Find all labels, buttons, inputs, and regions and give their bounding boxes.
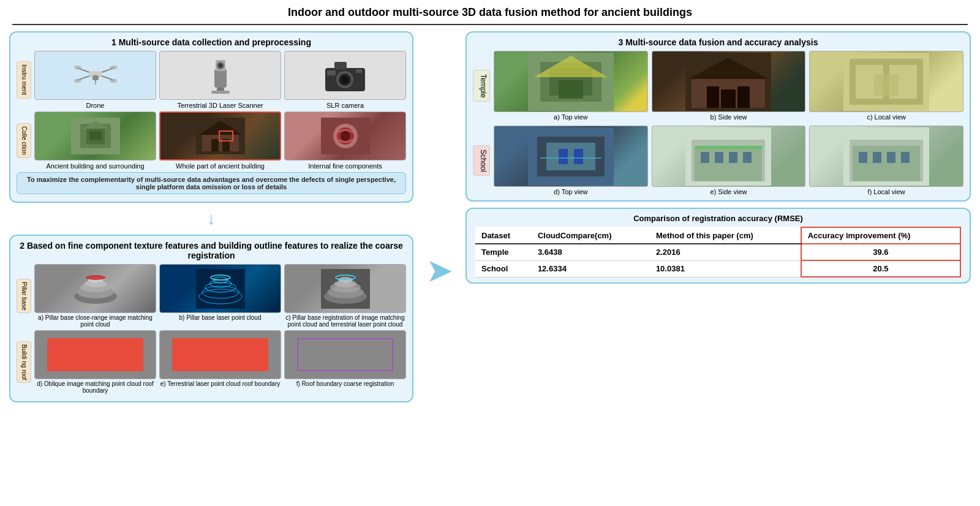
pillar-row: Pillar base (17, 264, 406, 328)
svg-rect-84 (701, 152, 709, 163)
aerial-svg (71, 118, 120, 154)
pillar-laser-item: b) Pillar base laser point cloud (159, 264, 281, 328)
left-panel: 1 Multi-source data collection and prepr… (9, 31, 413, 506)
temple-images: a) Top view (494, 51, 963, 121)
school-images: d) Top view (494, 126, 963, 195)
col-accuracy: Accuracy improvement (%) (801, 227, 960, 244)
scanner-item: Terrestrial 3D Laser Scanner (159, 51, 281, 109)
drone-svg (74, 59, 117, 93)
pillar-images: a) Pillar base close-range image matchin… (34, 264, 406, 328)
arrow-down-1: ↓ (9, 210, 413, 227)
pillar-close-svg (71, 269, 120, 309)
school-local-item: f) Local view (809, 126, 963, 195)
svg-rect-74 (874, 74, 899, 96)
pillar-laser-svg (196, 269, 245, 309)
pillar-laser-label: b) Pillar base laser point cloud (179, 314, 262, 321)
school-local-svg (843, 127, 929, 186)
drone-item: Drone (34, 51, 156, 109)
roof-label: Buildi ng roof (17, 341, 31, 383)
roof-red2-item: e) Terrestrial laser point cloud roof bo… (159, 330, 281, 394)
section3-box: 3 Multi-source data fusion and accuracy … (466, 31, 971, 202)
temple-side-image (652, 51, 806, 112)
svg-point-38 (341, 131, 350, 141)
roof-images: d) Oblique image matching point cloud ro… (34, 330, 406, 394)
collection-row: Colle ction Anci (17, 111, 406, 170)
pillar-close-label: a) Pillar base close-range image matchin… (34, 314, 156, 328)
collection-aerial-image (34, 111, 156, 160)
svg-rect-63 (559, 80, 583, 99)
temple-side-label: b) Side view (710, 113, 747, 121)
roof-red2-rect (172, 338, 269, 372)
svg-rect-94 (887, 152, 895, 163)
temple-cloudcompare: 3.6438 (532, 244, 650, 260)
svg-rect-16 (211, 91, 230, 94)
svg-rect-86 (729, 152, 737, 163)
section1-title: 1 Multi-source data collection and prepr… (17, 37, 406, 47)
svg-rect-95 (901, 152, 910, 163)
pillar-label: Pillar base (17, 279, 31, 314)
svg-rect-27 (89, 131, 102, 140)
camera-label: SLR camera (326, 102, 364, 109)
roof-red2-image (159, 330, 281, 379)
roof-outline-rect (297, 338, 394, 372)
svg-point-44 (86, 275, 105, 280)
pillar-laser-image (159, 264, 281, 313)
roof-outline-image (284, 330, 406, 379)
temple-top-image (494, 51, 648, 112)
svg-rect-68 (737, 86, 750, 108)
collection-building-label: Whole part of ancient building (176, 162, 265, 170)
svg-point-14 (219, 64, 222, 67)
temple-top-label: a) Top view (554, 113, 587, 121)
school-top-item: d) Top view (494, 126, 648, 195)
svg-rect-23 (327, 70, 336, 75)
svg-rect-32 (211, 139, 219, 151)
building-svg (196, 118, 245, 154)
right-panel: 3 Multi-source data fusion and accuracy … (466, 31, 971, 506)
pillar-reg-label: c) Pillar base registration of image mat… (284, 314, 406, 328)
school-label: School (473, 145, 490, 176)
temple-local-item: c) Local view (809, 51, 963, 121)
temple-row: Temple a) Top vi (473, 51, 963, 121)
svg-rect-11 (214, 69, 227, 88)
temple-top-svg (528, 53, 614, 111)
pillar-reg-item: c) Pillar base registration of image mat… (284, 264, 406, 328)
roof-outline-item: f) Roof boundary coarse registration (284, 330, 406, 394)
svg-rect-69 (721, 89, 736, 108)
section2-box: 2 Based on fine component texture featur… (9, 235, 413, 402)
arrow-right-big: ➤ (426, 251, 453, 290)
col-method: Method of this paper (cm) (650, 227, 801, 244)
table-section: Comparison of registration accuracy (RMS… (466, 208, 971, 284)
accuracy-table: Dataset CloudCompare(cm) Method of this … (475, 227, 961, 278)
svg-rect-79 (574, 149, 583, 164)
temple-side-item: b) Side view (652, 51, 806, 121)
scanner-image (159, 51, 281, 100)
school-side-label: e) Side view (710, 188, 747, 195)
svg-rect-85 (715, 152, 723, 163)
school-accuracy: 20.5 (801, 260, 960, 277)
component-svg (321, 118, 370, 154)
school-side-image (652, 126, 806, 187)
svg-rect-67 (707, 86, 719, 108)
svg-rect-88 (695, 146, 762, 149)
collection-aerial-item: Ancient building and surrounding (34, 111, 156, 170)
school-cloudcompare: 12.6334 (532, 260, 650, 277)
school-row: School (473, 126, 963, 195)
school-top-label: d) Top view (554, 188, 587, 195)
section3-title: 3 Multi-source data fusion and accuracy … (473, 37, 963, 47)
school-local-image (809, 126, 963, 187)
roof-red1-item: d) Oblique image matching point cloud ro… (34, 330, 156, 394)
camera-item: SLR camera (284, 51, 406, 109)
section1-box: 1 Multi-source data collection and prepr… (9, 31, 413, 203)
roof-red1-image (34, 330, 156, 379)
collection-component-item: Internal fine components (284, 111, 406, 170)
temple-dataset: Temple (475, 244, 532, 260)
svg-rect-93 (873, 152, 881, 163)
school-side-svg (685, 127, 771, 186)
collection-images: Ancient building and surrounding (34, 111, 406, 170)
temple-top-item: a) Top view (494, 51, 648, 121)
svg-rect-77 (546, 143, 595, 170)
table-row-school: School 12.6334 10.0381 20.5 (475, 260, 960, 277)
svg-rect-21 (334, 62, 347, 69)
content-area: 1 Multi-source data collection and prepr… (0, 25, 980, 506)
page-title: Indoor and outdoor multi-source 3D data … (12, 0, 968, 25)
